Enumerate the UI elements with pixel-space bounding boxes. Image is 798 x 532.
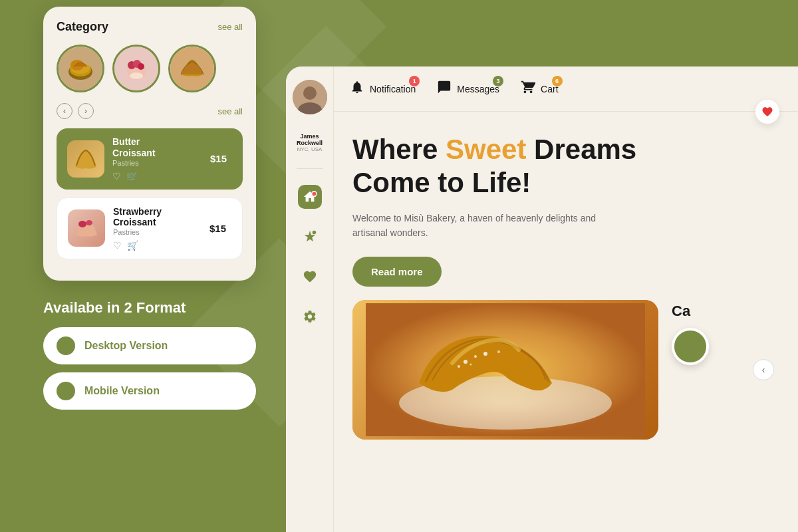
product-actions-strawberry: ♡ 🛒 bbox=[113, 240, 201, 251]
sidebar: James Rockwell NYC, USA bbox=[286, 66, 334, 532]
notification-label: Notification bbox=[370, 84, 416, 94]
read-more-button[interactable]: Read more bbox=[352, 257, 442, 287]
hero-title-sweet: Sweet bbox=[446, 134, 526, 165]
product-name-strawberry: StrawberryCroissant bbox=[113, 206, 201, 229]
right-panel: James Rockwell NYC, USA bbox=[286, 66, 798, 532]
svg-point-18 bbox=[464, 360, 467, 364]
product-info-butter: ButterCroissant Pastries ♡ 🛒 bbox=[112, 136, 202, 182]
sidebar-sparkle-icon[interactable] bbox=[298, 225, 322, 249]
notification-badge: 1 bbox=[409, 76, 420, 86]
hero-title: Where Sweet Dreams Come to Life! bbox=[352, 133, 779, 200]
svg-point-14 bbox=[311, 192, 316, 196]
hero-subtitle: Welcome to Misù Bakery, a haven of heave… bbox=[352, 211, 618, 241]
svg-point-15 bbox=[312, 231, 316, 235]
partial-card-title: Ca bbox=[672, 303, 779, 320]
mobile-version-btn[interactable]: Mobile Version bbox=[43, 372, 256, 410]
product-price-strawberry: $15 bbox=[209, 223, 226, 234]
category-croissant-icon bbox=[170, 47, 214, 90]
heart-icon-butter[interactable]: ♡ bbox=[112, 171, 121, 182]
hero-section: Where Sweet Dreams Come to Life! Welcome… bbox=[334, 112, 798, 300]
svg-point-22 bbox=[458, 365, 460, 368]
sidebar-settings-icon[interactable] bbox=[298, 305, 322, 329]
category-circle-berry[interactable] bbox=[112, 45, 160, 92]
floating-heart-btn[interactable] bbox=[755, 100, 779, 124]
category-pastry-icon bbox=[59, 47, 102, 90]
croissant-card bbox=[352, 300, 658, 440]
product-row-strawberry: StrawberryCroissant Pastries ♡ 🛒 $15 bbox=[57, 198, 243, 260]
svg-point-12 bbox=[303, 86, 317, 100]
see-all-top[interactable]: see all bbox=[217, 22, 243, 32]
top-bar: 1 Notification 3 Messages 6 bbox=[334, 66, 798, 112]
heart-icon-strawberry[interactable]: ♡ bbox=[113, 240, 122, 251]
svg-point-23 bbox=[470, 363, 472, 365]
cart-icon-butter[interactable]: 🛒 bbox=[126, 171, 138, 182]
mobile-label: Mobile Version bbox=[84, 385, 160, 397]
product-category-butter: Pastries bbox=[112, 159, 202, 167]
category-circles bbox=[57, 45, 243, 92]
product-info-strawberry: StrawberryCroissant Pastries ♡ 🛒 bbox=[113, 206, 201, 251]
category-circle-croissant[interactable] bbox=[168, 45, 216, 92]
main-content: 1 Notification 3 Messages 6 bbox=[334, 66, 798, 532]
svg-point-21 bbox=[497, 350, 500, 353]
category-berry-icon bbox=[114, 47, 158, 90]
hero-title-part2: Dreams bbox=[526, 134, 636, 165]
category-circle-pastry[interactable] bbox=[57, 45, 104, 92]
nav-next[interactable]: › bbox=[78, 103, 94, 119]
nav-prev[interactable]: ‹ bbox=[57, 103, 72, 119]
format-title: Availabe in 2 Format bbox=[43, 299, 256, 317]
product-row-butter-croissant: ButterCroissant Pastries ♡ 🛒 $15 bbox=[57, 128, 243, 190]
nav-row: ‹ › see all bbox=[57, 103, 243, 119]
mobile-dot bbox=[57, 382, 75, 400]
svg-point-10 bbox=[86, 220, 92, 225]
svg-point-19 bbox=[474, 355, 477, 358]
format-section: Availabe in 2 Format Desktop Version Mob… bbox=[43, 299, 256, 410]
category-title: Category bbox=[57, 20, 108, 34]
product-category-strawberry: Pastries bbox=[113, 228, 201, 236]
desktop-label: Desktop Version bbox=[84, 340, 168, 352]
croissant-illustration bbox=[352, 300, 658, 440]
product-img-strawberry bbox=[68, 209, 105, 247]
hero-title-part1: Where bbox=[352, 134, 446, 165]
product-img-butter bbox=[67, 140, 104, 178]
sidebar-divider bbox=[297, 168, 323, 169]
cart-icon bbox=[521, 80, 535, 98]
messages-label: Messages bbox=[457, 84, 499, 94]
svg-point-20 bbox=[483, 352, 487, 356]
cart-icon-strawberry[interactable]: 🛒 bbox=[127, 240, 138, 251]
user-name: James Rockwell bbox=[286, 133, 333, 146]
mobile-card: Category see all bbox=[43, 7, 256, 281]
product-price-butter: $15 bbox=[210, 153, 227, 164]
svg-point-9 bbox=[78, 221, 86, 227]
hero-title-line2: Come to Life! bbox=[352, 167, 531, 198]
svg-point-8 bbox=[130, 72, 143, 79]
right-card-partial: Ca ‹ bbox=[672, 300, 779, 440]
card-header: Category see all bbox=[57, 20, 243, 34]
messages-badge: 3 bbox=[493, 76, 503, 86]
sidebar-heart-icon[interactable] bbox=[298, 265, 322, 289]
notification-item[interactable]: 1 Notification bbox=[350, 80, 416, 98]
cart-item[interactable]: 6 Cart bbox=[521, 80, 558, 98]
right-nav-arrow[interactable]: ‹ bbox=[753, 359, 774, 380]
svg-point-7 bbox=[138, 63, 144, 70]
see-all-bottom[interactable]: see all bbox=[217, 106, 243, 116]
sidebar-home-icon[interactable] bbox=[298, 185, 322, 209]
notification-icon bbox=[350, 80, 364, 98]
user-location: NYC, USA bbox=[286, 146, 333, 152]
desktop-dot bbox=[57, 336, 75, 355]
mini-category-circle bbox=[672, 328, 709, 365]
bottom-content: Ca ‹ bbox=[334, 300, 798, 440]
left-panel: Category see all bbox=[43, 7, 256, 418]
avatar bbox=[293, 80, 327, 114]
cart-badge: 6 bbox=[552, 76, 563, 86]
user-info: James Rockwell NYC, USA bbox=[286, 133, 333, 152]
product-actions-butter: ♡ 🛒 bbox=[112, 171, 202, 182]
messages-icon bbox=[437, 80, 452, 98]
nav-arrows: ‹ › bbox=[57, 103, 94, 119]
product-name-butter: ButterCroissant bbox=[112, 136, 202, 159]
desktop-version-btn[interactable]: Desktop Version bbox=[43, 327, 256, 364]
messages-item[interactable]: 3 Messages bbox=[437, 80, 499, 98]
